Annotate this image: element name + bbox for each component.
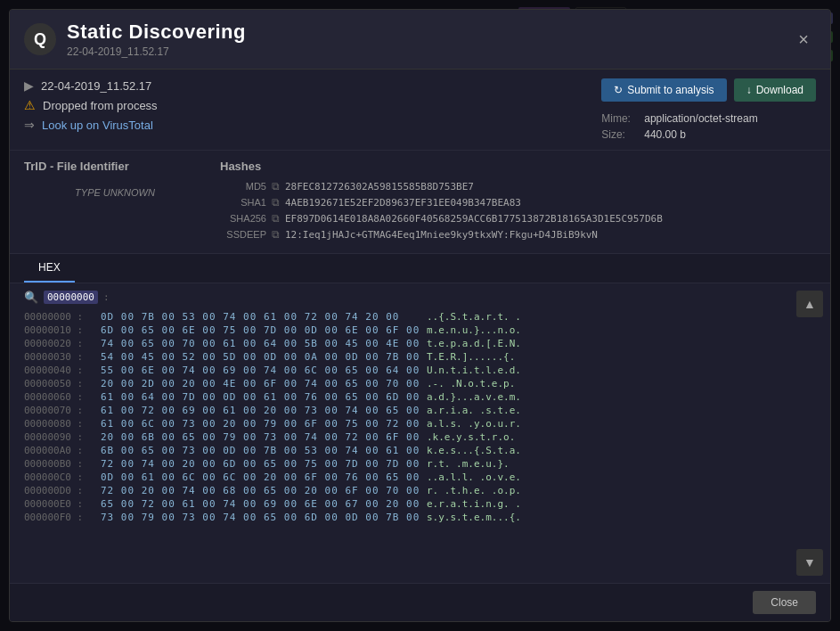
hex-offset: 00000040 : — [24, 365, 95, 376]
hex-bytes: 0D 00 7B 00 53 00 74 00 61 00 72 00 74 2… — [101, 311, 421, 323]
hex-offset: 000000E0 : — [24, 498, 95, 510]
hex-bytes: 20 00 6B 00 65 00 79 00 73 00 74 00 72 0… — [101, 431, 421, 443]
hex-bytes: 61 00 64 00 7D 00 0D 00 61 00 76 00 65 0… — [101, 391, 421, 403]
info-right: ↻ Submit to analysis ↓ Download Mime: ap… — [601, 78, 816, 141]
hex-ascii: e.r.a.t.i.n.g. . — [427, 498, 534, 510]
hash-label-md5: MD5 — [220, 181, 266, 192]
hex-row: 00000050 : 20 00 2D 00 20 00 4E 00 6F 00… — [24, 378, 816, 389]
hex-row: 000000B0 : 72 00 74 00 20 00 6D 00 65 00… — [24, 458, 816, 470]
hex-row: 00000040 : 55 00 6E 00 74 00 69 00 74 00… — [24, 365, 816, 376]
type-unknown-label: TYPE UNKNOWN — [24, 187, 206, 198]
hex-bytes: 73 00 79 00 73 00 74 00 65 00 6D 00 0D 0… — [101, 512, 421, 523]
modal-footer: Close — [10, 583, 830, 621]
hex-bytes: 6B 00 65 00 73 00 0D 00 7B 00 53 00 74 0… — [101, 445, 421, 456]
dropped-row: ⚠ Dropped from process — [24, 98, 158, 112]
modal-container: Q Static Discovering 22-04-2019_11.52.17… — [9, 9, 831, 622]
action-buttons: ↻ Submit to analysis ↓ Download — [601, 78, 816, 102]
tab-bar: HEX — [10, 254, 830, 283]
size-row: Size: 440.00 b — [601, 128, 816, 141]
hex-row: 00000090 : 20 00 6B 00 65 00 79 00 73 00… — [24, 431, 816, 443]
hex-bytes: 65 00 72 00 61 00 74 00 69 00 6E 00 67 0… — [101, 498, 421, 510]
hex-bytes: 0D 00 61 00 6C 00 6C 00 20 00 6F 00 76 0… — [101, 471, 421, 483]
tab-hex[interactable]: HEX — [24, 254, 75, 283]
timestamp-row: ▶ 22-04-2019_11.52.17 — [24, 78, 158, 93]
hex-bytes: 54 00 45 00 52 00 5D 00 0D 00 0A 00 0D 0… — [101, 351, 421, 363]
close-button[interactable]: Close — [753, 591, 816, 614]
hex-row: 00000020 : 74 00 65 00 70 00 61 00 64 00… — [24, 338, 816, 349]
hash-copy-icon-sha1[interactable]: ⧉ — [272, 196, 280, 209]
hex-ascii: T.E.R.]......{. — [427, 351, 534, 363]
hash-copy-icon-sha256[interactable]: ⧉ — [272, 212, 280, 225]
hex-bytes: 6D 00 65 00 6E 00 75 00 7D 00 0D 00 6E 0… — [101, 324, 421, 336]
hex-ascii: a.d.}...a.v.e.m. — [427, 391, 534, 403]
hashes-title: Hashes — [220, 160, 816, 173]
hex-ascii: .k.e.y.s.t.r.o. — [427, 431, 534, 443]
hash-row-sha256: SHA256 ⧉ EF897D0614E018A8A02660F40568259… — [220, 212, 816, 225]
hash-label-sha256: SHA256 — [220, 213, 266, 224]
hex-offset: 00000060 : — [24, 391, 95, 403]
hex-offset: 000000D0 : — [24, 485, 95, 496]
hex-row: 000000E0 : 65 00 72 00 61 00 74 00 69 00… — [24, 498, 816, 510]
hex-search-row: 🔍 00000000 : — [24, 291, 816, 304]
hex-offset: 000000C0 : — [24, 471, 95, 483]
hash-value-md5: 28FEC812726302A59815585B8D753BE7 — [285, 181, 474, 193]
submit-to-analysis-button[interactable]: ↻ Submit to analysis — [601, 78, 726, 102]
hex-ascii: m.e.n.u.}...n.o. — [427, 324, 534, 336]
dropped-label: Dropped from process — [43, 99, 158, 112]
hex-ascii: r.t. .m.e.u.}. — [427, 458, 534, 470]
mime-label: Mime: — [601, 112, 637, 125]
scroll-down-button[interactable]: ▼ — [796, 549, 823, 576]
hex-row: 000000F0 : 73 00 79 00 73 00 74 00 65 00… — [24, 512, 816, 523]
hex-offset: 00000030 : — [24, 351, 95, 363]
modal-subtitle: 22-04-2019_11.52.17 — [67, 45, 246, 58]
download-icon: ↓ — [746, 84, 752, 96]
timestamp-label: 22-04-2019_11.52.17 — [41, 79, 151, 93]
size-label: Size: — [601, 128, 637, 141]
hex-bytes: 61 00 6C 00 73 00 20 00 79 00 6F 00 75 0… — [101, 418, 421, 430]
submit-icon: ↻ — [614, 84, 623, 96]
virustotal-link[interactable]: Look up on VirusTotal — [42, 119, 153, 132]
scroll-up-button[interactable]: ▲ — [796, 291, 823, 317]
download-button[interactable]: ↓ Download — [734, 78, 816, 102]
hex-row: 00000030 : 54 00 45 00 52 00 5D 00 0D 00… — [24, 351, 816, 363]
modal-content: ▶ 22-04-2019_11.52.17 ⚠ Dropped from pro… — [10, 70, 830, 583]
hash-value-sha1: 4AEB192671E52EF2D89637EF31EE049B347BEA83 — [285, 197, 521, 209]
hex-offset: 00000070 : — [24, 405, 95, 416]
hex-section: HEX 🔍 00000000 : 00000000 : 0D 00 7B 00 … — [10, 254, 830, 583]
submit-label: Submit to analysis — [627, 84, 714, 96]
virustotal-row[interactable]: ⇒ Look up on VirusTotal — [24, 118, 158, 132]
hex-scroll-area[interactable]: 🔍 00000000 : 00000000 : 0D 00 7B 00 53 0… — [10, 283, 830, 583]
hex-offset-colon: : — [103, 291, 110, 303]
hex-offset: 000000B0 : — [24, 458, 95, 470]
hash-copy-icon-ssdeep[interactable]: ⧉ — [272, 228, 280, 241]
modal-title-area: Q Static Discovering 22-04-2019_11.52.17 — [24, 20, 246, 58]
hash-value-sha256: EF897D0614E018A8A02660F40568259ACC6B1775… — [285, 213, 663, 225]
hash-label-sha1: SHA1 — [220, 197, 266, 208]
hash-copy-icon-md5[interactable]: ⧉ — [272, 180, 280, 193]
modal-title: Static Discovering — [67, 20, 246, 44]
hex-offset-highlight: 00000000 — [44, 291, 98, 304]
hex-row: 00000070 : 61 00 72 00 69 00 61 00 20 00… — [24, 405, 816, 416]
hex-offset: 000000F0 : — [24, 512, 95, 523]
hex-ascii: t.e.p.a.d.[.E.N. — [427, 338, 534, 349]
hash-row-md5: MD5 ⧉ 28FEC812726302A59815585B8D753BE7 — [220, 180, 816, 193]
modal-header: Q Static Discovering 22-04-2019_11.52.17… — [10, 10, 830, 70]
mime-row: Mime: application/octet-stream — [601, 112, 816, 125]
trid-section: TrID - File Identifier TYPE UNKNOWN — [24, 160, 220, 244]
hex-bytes: 20 00 2D 00 20 00 4E 00 6F 00 74 00 65 0… — [101, 378, 421, 389]
hex-row: 00000080 : 61 00 6C 00 73 00 20 00 79 00… — [24, 418, 816, 430]
mime-value: application/octet-stream — [644, 112, 757, 125]
hex-row: 000000A0 : 6B 00 65 00 73 00 0D 00 7B 00… — [24, 445, 816, 456]
trid-title: TrID - File Identifier — [24, 160, 206, 173]
modal-close-x-button[interactable]: × — [791, 27, 816, 52]
download-label: Download — [756, 84, 803, 96]
warning-icon: ⚠ — [24, 98, 36, 112]
hex-row: 00000000 : 0D 00 7B 00 53 00 74 00 61 00… — [24, 311, 816, 323]
hex-ascii: U.n.t.i.t.l.e.d. — [427, 365, 534, 376]
hex-bytes: 72 00 20 00 74 00 68 00 65 00 20 00 6F 0… — [101, 485, 421, 496]
hex-ascii: ..a.l.l. .o.v.e. — [427, 471, 534, 483]
hex-bytes: 74 00 65 00 70 00 61 00 64 00 5B 00 45 0… — [101, 338, 421, 349]
hex-ascii: s.y.s.t.e.m...{. — [427, 512, 534, 523]
hex-ascii: .-. .N.o.t.e.p. — [427, 378, 534, 389]
hash-row-sha1: SHA1 ⧉ 4AEB192671E52EF2D89637EF31EE049B3… — [220, 196, 816, 209]
